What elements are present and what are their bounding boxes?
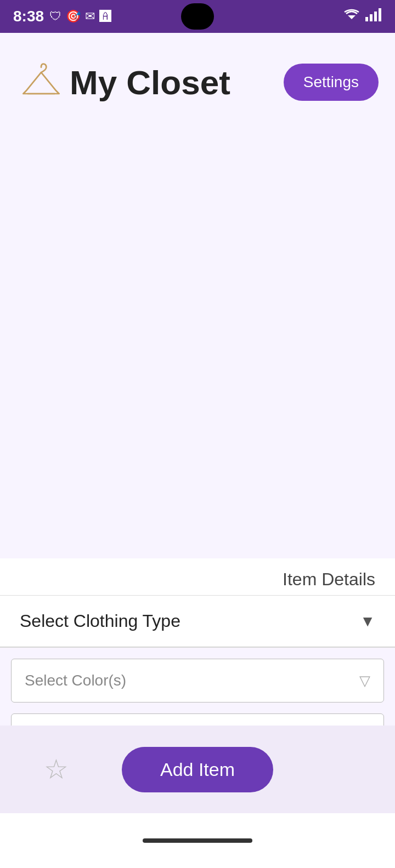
item-details-label: Item Details [0,558,395,595]
color-label: Select Color(s) [25,672,126,689]
divider-2 [0,647,395,648]
home-bar [143,838,252,843]
clothing-type-dropdown[interactable]: Select Clothing Type ▼ [0,596,395,647]
home-indicator [0,813,395,868]
shield-icon-1: 🛡 [49,9,61,24]
app-title: My Closet [16,63,284,102]
svg-rect-1 [365,17,368,21]
status-bar: 8:38 🛡 🎯 ✉ 🅰 [0,0,395,33]
camera-notch [181,3,214,30]
svg-rect-4 [379,8,381,21]
text-icon: 🅰 [99,9,111,24]
svg-rect-2 [370,14,373,21]
add-item-button[interactable]: Add Item [122,747,273,792]
wifi-icon [343,8,360,25]
star-icon[interactable]: ☆ [44,753,69,785]
color-chevron-down-icon: ▽ [359,672,370,689]
status-right [343,8,382,25]
signal-icon [365,8,382,25]
mail-icon: ✉ [85,9,95,24]
svg-rect-3 [374,12,377,21]
header: My Closet Settings [0,33,395,132]
status-left: 8:38 🛡 🎯 ✉ 🅰 [13,8,111,25]
main-content: Item Details Select Clothing Type ▼ Sele… [0,132,395,813]
empty-area [0,132,395,558]
shield-icon-2: 🎯 [66,9,81,24]
color-select[interactable]: Select Color(s) ▽ [11,659,384,703]
status-time: 8:38 [13,8,44,25]
svg-marker-0 [348,15,356,19]
status-icons: 🛡 🎯 ✉ 🅰 [49,9,111,24]
clothing-type-label: Select Clothing Type [20,611,180,631]
bottom-bar: ☆ Add Item [0,726,395,813]
chevron-down-icon: ▼ [360,613,375,630]
settings-button[interactable]: Settings [284,64,379,101]
